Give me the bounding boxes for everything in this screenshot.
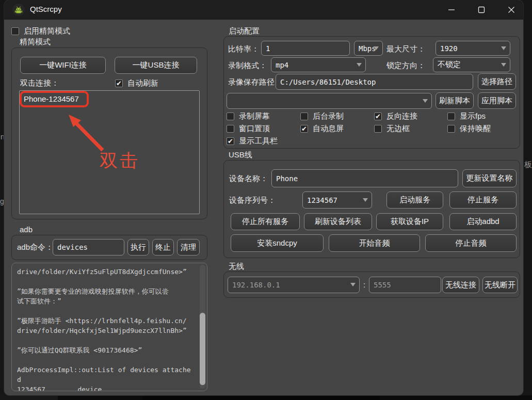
window-title: QtScrcpy — [30, 5, 62, 13]
wireless-port-input[interactable]: 5555 — [369, 277, 441, 293]
record-path-input[interactable]: C:/Users/86151/Desktop — [276, 74, 473, 90]
lock-orientation-dropdown[interactable]: 不锁定 — [433, 57, 510, 72]
checkbox-box[interactable] — [447, 113, 455, 120]
dropdown-arrow-icon — [357, 63, 362, 67]
checkbox-show-fps[interactable]: 显示fps — [447, 111, 486, 121]
desktop: n g 板 QtScrcpy — [0, 0, 532, 400]
checkbox-box[interactable] — [227, 113, 234, 120]
checkbox-box[interactable]: ✔ — [300, 125, 308, 133]
refresh-device-list-button[interactable]: 刷新设备列表 — [304, 213, 372, 230]
taskbar — [0, 395, 532, 400]
checkbox-box[interactable] — [447, 125, 455, 133]
adb-terminate-button[interactable]: 终止 — [152, 239, 174, 255]
checkbox-box[interactable]: ✔ — [115, 79, 123, 87]
dropdown-arrow-icon — [423, 99, 428, 103]
refresh-script-button[interactable]: 刷新脚本 — [436, 92, 474, 109]
checkbox-auto-screen-off[interactable]: ✔自动息屏 — [300, 124, 344, 134]
adb-run-button[interactable]: 执行 — [127, 239, 149, 255]
device-name-label: 设备名称： — [229, 174, 268, 184]
start-adbd-button[interactable]: 启动adbd — [449, 213, 517, 230]
check-icon: ✔ — [228, 138, 233, 145]
title-bar[interactable]: QtScrcpy — [4, 0, 523, 20]
one-key-usb-button[interactable]: 一键USB连接 — [115, 57, 197, 74]
minimize-icon — [448, 6, 455, 13]
wireless-connect-button[interactable]: 无线连接 — [442, 277, 479, 293]
qtscrcpy-window: QtScrcpy 启用精简模式 精简模式 一键WIFI连接 一键USB连接 双击… — [4, 0, 523, 395]
device-list[interactable]: Phone-1234567 双击 — [19, 90, 200, 214]
stop-audio-button[interactable]: 停止音频 — [425, 234, 517, 252]
serial-dropdown[interactable]: 1234567 — [302, 191, 372, 209]
checkbox-keep-awake[interactable]: 保持唤醒 — [447, 124, 491, 134]
auto-refresh-checkbox[interactable]: ✔ 自动刷新 — [115, 78, 158, 88]
checkbox-window-on-top[interactable]: 窗口置顶 — [227, 124, 270, 134]
record-path-label: 录像保存路径 — [228, 77, 275, 87]
check-icon: ✔ — [116, 80, 122, 87]
device-name-input[interactable]: Phone — [271, 169, 458, 187]
checkbox-frameless[interactable]: 无边框 — [374, 124, 410, 134]
ip-port-separator: : — [363, 280, 365, 289]
checkbox-box[interactable]: ✔ — [374, 113, 382, 120]
usb-group: 设备名称： Phone 更新设置名称 设备序列号： 1234567 启动服务 停… — [223, 160, 520, 258]
check-icon: ✔ — [301, 125, 307, 132]
checkbox-show-toolbar[interactable]: ✔显示工具栏 — [227, 136, 278, 146]
checkbox-label: 自动刷新 — [127, 78, 158, 88]
dropdown-arrow-icon — [363, 198, 368, 202]
checkbox-box[interactable] — [11, 27, 19, 35]
script-dropdown[interactable] — [227, 93, 432, 109]
adb-group: adb命令： devices 执行 终止 清理 — [11, 235, 207, 260]
record-format-label: 录制格式： — [228, 61, 267, 71]
get-device-ip-button[interactable]: 获取设备IP — [376, 213, 443, 230]
serial-label: 设备序列号： — [229, 196, 276, 205]
launch-config-group-title: 启动配置 — [229, 26, 260, 36]
checkbox-record-screen[interactable]: 录制屏幕 — [227, 111, 270, 121]
checkbox-box[interactable] — [227, 125, 234, 133]
maximize-button[interactable] — [466, 0, 496, 20]
taskbar-segment — [0, 395, 58, 400]
apply-script-button[interactable]: 应用脚本 — [478, 92, 516, 109]
record-format-dropdown[interactable]: mp4 — [271, 57, 366, 72]
launch-config-group: 比特率： 1 Mbps 最大尺寸： 1920 录制格式： mp4 锁定方向： 不… — [223, 36, 520, 149]
checkbox-box[interactable]: ✔ — [227, 137, 234, 145]
install-sndcpy-button[interactable]: 安装sndcpy — [231, 234, 324, 252]
max-size-label: 最大尺寸： — [386, 44, 425, 54]
update-device-name-button[interactable]: 更新设置名称 — [462, 169, 517, 187]
double-click-hint-text: 双击 — [100, 149, 140, 173]
one-key-wifi-button[interactable]: 一键WIFI连接 — [20, 57, 106, 74]
adb-command-input[interactable]: devices — [53, 239, 124, 255]
start-audio-button[interactable]: 开始音频 — [329, 234, 420, 252]
dropdown-arrow-icon — [501, 63, 506, 67]
checkbox-label: 启用精简模式 — [24, 26, 70, 36]
simple-mode-group-title: 精简模式 — [20, 37, 51, 47]
close-icon — [508, 6, 515, 13]
android-app-icon — [12, 4, 25, 16]
adb-group-title: adb — [20, 225, 33, 234]
stop-service-button[interactable]: 停止服务 — [449, 191, 517, 209]
checkbox-reverse-connect[interactable]: ✔反向连接 — [374, 111, 417, 121]
lock-orientation-label: 锁定方向： — [386, 61, 425, 71]
wireless-disconnect-button[interactable]: 无线断开 — [482, 277, 518, 293]
dropdown-arrow-icon — [350, 283, 356, 286]
enable-simple-mode-checkbox[interactable]: 启用精简模式 — [11, 26, 70, 36]
minimize-button[interactable] — [437, 0, 466, 20]
log-scrollbar-thumb[interactable] — [200, 313, 205, 385]
checkbox-box[interactable] — [300, 113, 308, 120]
choose-path-button[interactable]: 选择路径 — [478, 73, 516, 90]
adb-clear-button[interactable]: 清理 — [177, 239, 200, 255]
dropdown-arrow-icon — [374, 46, 379, 50]
check-icon: ✔ — [375, 113, 381, 120]
start-service-button[interactable]: 启动服务 — [386, 191, 443, 209]
usb-group-title: USB线 — [229, 150, 252, 160]
max-size-dropdown[interactable]: 1920 — [436, 41, 510, 56]
adb-log-output[interactable]: drive/folder/KviYfz5uFlpUT8dXgdjccmfUnse… — [11, 263, 207, 391]
wireless-group: 192.168.0.1 : 5555 无线连接 无线断开 — [223, 271, 520, 298]
checkbox-box[interactable] — [374, 125, 382, 133]
checkbox-background-record[interactable]: 后台录制 — [300, 111, 344, 121]
bitrate-unit-dropdown[interactable]: Mbps — [354, 41, 383, 56]
background-fragment-right: 板 — [524, 160, 532, 170]
bitrate-input[interactable]: 1 — [261, 41, 350, 56]
wireless-ip-dropdown[interactable]: 192.168.0.1 — [228, 277, 360, 293]
stop-all-services-button[interactable]: 停止所有服务 — [231, 213, 300, 230]
adb-command-label: adb命令： — [17, 243, 53, 252]
background-fragment-left-bottom: g — [0, 197, 4, 205]
close-button[interactable] — [496, 0, 526, 20]
